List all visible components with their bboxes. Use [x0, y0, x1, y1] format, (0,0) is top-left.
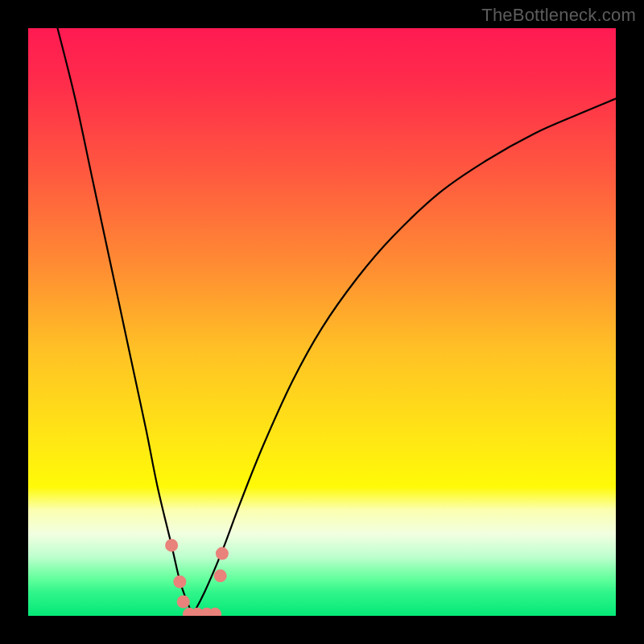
chart-svg — [28, 28, 616, 616]
data-marker — [173, 576, 186, 588]
plot-area — [28, 28, 616, 616]
data-marker — [216, 547, 229, 560]
watermark-text: TheBottleneck.com — [481, 5, 636, 26]
chart-frame: TheBottleneck.com — [0, 0, 644, 644]
data-marker — [165, 539, 178, 551]
data-marker — [177, 595, 190, 608]
data-marker — [214, 569, 227, 582]
gradient-background — [28, 28, 616, 616]
